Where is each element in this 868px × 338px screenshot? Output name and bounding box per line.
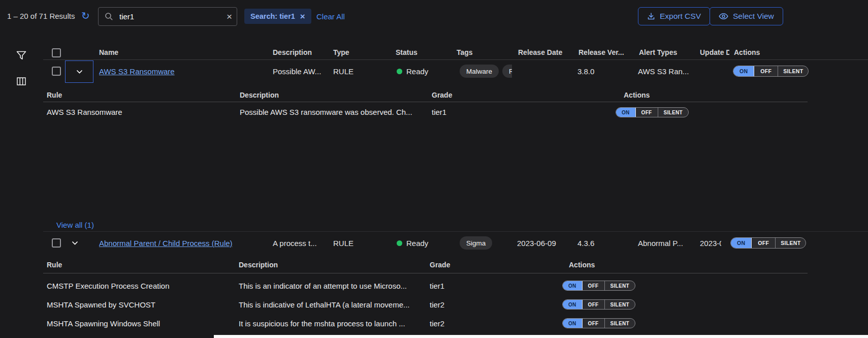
rule-name-link[interactable]: AWS S3 Ransomware bbox=[99, 67, 175, 76]
column-header-release-version[interactable]: Release Ver... bbox=[578, 48, 624, 56]
chevron-down-icon bbox=[76, 70, 83, 74]
sub-actions-toggle: ON OFF SILENT bbox=[562, 318, 635, 328]
sub-rule-name: MSHTA Spawned by SVCHOST bbox=[47, 300, 155, 309]
cell-update-date: 2023-0 bbox=[700, 239, 721, 248]
cell-description: A process t... bbox=[273, 239, 317, 248]
tag-pill: Sigma bbox=[460, 236, 492, 250]
column-header-release-date[interactable]: Release Date bbox=[518, 48, 562, 56]
refresh-icon[interactable]: ↻ bbox=[81, 11, 90, 21]
sub-rule-name: CMSTP Execution Process Creation bbox=[47, 282, 170, 290]
sub-actions-toggle: ON OFF SILENT bbox=[562, 281, 635, 291]
cell-type: RULE bbox=[333, 67, 353, 76]
sub-header-divider bbox=[43, 102, 808, 102]
sub-column-description: Description bbox=[240, 91, 279, 99]
search-input[interactable] bbox=[118, 12, 221, 21]
sub-column-rule: Rule bbox=[47, 91, 62, 99]
search-box[interactable]: × bbox=[98, 7, 237, 26]
toggle-off[interactable]: OFF bbox=[583, 319, 605, 328]
column-header-update-date[interactable]: Update D bbox=[700, 48, 729, 56]
toggle-off[interactable]: OFF bbox=[583, 300, 605, 309]
status-label: Ready bbox=[406, 67, 428, 76]
columns-icon[interactable] bbox=[17, 77, 26, 85]
eye-icon bbox=[719, 13, 728, 20]
cell-type: RULE bbox=[333, 239, 353, 248]
column-header-actions: Actions bbox=[734, 48, 760, 56]
sub-rule-description: Possible AWS S3 ransomware was observed.… bbox=[240, 108, 412, 116]
cell-release-version: 3.8.0 bbox=[577, 67, 594, 76]
toggle-silent[interactable]: SILENT bbox=[605, 300, 635, 309]
bottom-strip bbox=[214, 335, 868, 338]
sub-rule-grade: tier2 bbox=[430, 319, 444, 328]
tags-cell: Malware Ra bbox=[460, 65, 512, 78]
sub-actions-toggle: ON OFF SILENT bbox=[616, 107, 689, 117]
sub-column-description: Description bbox=[239, 261, 278, 269]
view-all-link[interactable]: View all (1) bbox=[56, 221, 94, 229]
toggle-off[interactable]: OFF bbox=[636, 108, 658, 117]
tag-pill: Ra bbox=[502, 65, 512, 78]
sub-column-grade: Grade bbox=[432, 91, 452, 99]
actions-toggle: ON OFF SILENT bbox=[733, 66, 809, 77]
sub-column-actions: Actions bbox=[624, 91, 650, 99]
row-divider bbox=[43, 231, 868, 232]
toggle-on[interactable]: ON bbox=[563, 319, 583, 328]
clear-search-icon[interactable]: × bbox=[227, 12, 232, 21]
tag-pill: Malware bbox=[460, 65, 499, 78]
sub-rule-description: This is indicative of LethalHTA (a later… bbox=[239, 300, 410, 309]
column-header-description[interactable]: Description bbox=[273, 48, 312, 56]
toggle-silent[interactable]: SILENT bbox=[776, 238, 806, 248]
cell-alert-types: Abnormal P... bbox=[638, 239, 683, 248]
select-view-label: Select View bbox=[733, 12, 774, 21]
toggle-on[interactable]: ON bbox=[563, 300, 583, 309]
header-divider bbox=[43, 59, 868, 60]
download-icon bbox=[647, 12, 655, 20]
app-screen: 1 – 20 of 71 Results ↻ × Search: tier1 ×… bbox=[0, 0, 868, 338]
column-header-status[interactable]: Status bbox=[396, 48, 417, 56]
toggle-off[interactable]: OFF bbox=[752, 238, 776, 248]
select-all-checkbox[interactable] bbox=[52, 48, 61, 57]
clear-all-link[interactable]: Clear All bbox=[316, 12, 345, 21]
row-checkbox[interactable] bbox=[52, 238, 61, 248]
row-expander[interactable] bbox=[65, 60, 93, 83]
sub-column-grade: Grade bbox=[430, 261, 450, 269]
search-icon bbox=[105, 12, 113, 21]
toggle-silent[interactable]: SILENT bbox=[605, 281, 635, 290]
toggle-silent[interactable]: SILENT bbox=[658, 108, 688, 117]
export-csv-label: Export CSV bbox=[660, 12, 701, 21]
toggle-on[interactable]: ON bbox=[733, 66, 754, 76]
toggle-on[interactable]: ON bbox=[563, 281, 583, 290]
sub-rule-name: AWS S3 Ransomware bbox=[47, 108, 122, 116]
filter-chip[interactable]: Search: tier1 × bbox=[244, 9, 311, 24]
column-header-alert-types[interactable]: Alert Types bbox=[639, 48, 677, 56]
sub-rule-grade: tier1 bbox=[430, 282, 444, 290]
sub-column-rule: Rule bbox=[47, 261, 62, 269]
status-label: Ready bbox=[406, 239, 428, 248]
tags-cell: Sigma bbox=[460, 236, 512, 250]
toggle-on[interactable]: ON bbox=[616, 108, 636, 117]
sub-header-divider bbox=[43, 273, 808, 273]
sub-column-actions: Actions bbox=[569, 261, 595, 269]
sub-actions-toggle: ON OFF SILENT bbox=[562, 299, 635, 310]
rule-name-link[interactable]: Abnormal Parent / Child Process (Rule) bbox=[99, 239, 233, 248]
cell-release-version: 4.3.6 bbox=[577, 239, 594, 248]
toggle-silent[interactable]: SILENT bbox=[778, 66, 808, 76]
results-count: 1 – 20 of 71 Results bbox=[7, 12, 75, 20]
filter-icon[interactable] bbox=[16, 51, 26, 60]
sub-rule-grade: tier1 bbox=[432, 108, 446, 116]
column-header-name[interactable]: Name bbox=[99, 48, 118, 56]
toggle-on[interactable]: ON bbox=[731, 238, 752, 248]
column-header-tags[interactable]: Tags bbox=[457, 48, 473, 56]
chip-close-icon[interactable]: × bbox=[300, 12, 305, 21]
toggle-silent[interactable]: SILENT bbox=[605, 319, 635, 328]
sub-rule-description: It is suspicious for the mshta process t… bbox=[239, 319, 405, 328]
select-view-button[interactable]: Select View bbox=[710, 7, 783, 25]
row-checkbox[interactable] bbox=[52, 67, 61, 76]
cell-alert-types: AWS S3 Ran... bbox=[638, 67, 689, 76]
filter-chip-label: Search: tier1 bbox=[250, 12, 295, 20]
status-dot bbox=[397, 240, 402, 246]
toggle-off[interactable]: OFF bbox=[754, 66, 778, 76]
cell-release-date: 2023-06-09 bbox=[517, 239, 556, 248]
column-header-type[interactable]: Type bbox=[333, 48, 349, 56]
toggle-off[interactable]: OFF bbox=[583, 281, 605, 290]
export-csv-button[interactable]: Export CSV bbox=[638, 7, 710, 25]
chevron-down-icon[interactable] bbox=[72, 241, 78, 245]
